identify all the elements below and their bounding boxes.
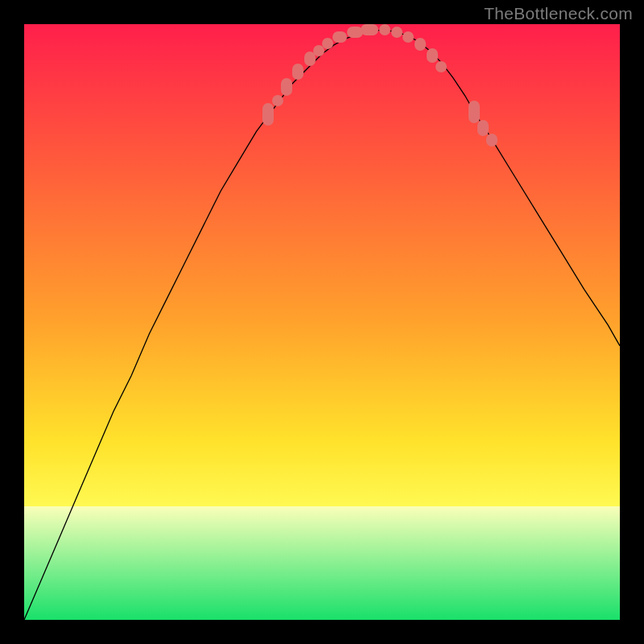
curve-marker xyxy=(379,24,390,35)
curve-marker xyxy=(292,64,303,80)
watermark-text: TheBottleneck.com xyxy=(484,4,633,23)
curve-marker xyxy=(415,38,426,51)
curve-marker xyxy=(391,27,402,38)
curve-marker xyxy=(262,103,274,126)
curve-marker xyxy=(477,120,489,136)
curve-marker xyxy=(281,78,292,96)
curve-marker xyxy=(361,24,378,35)
curve-marker xyxy=(427,48,438,63)
plot-area xyxy=(24,24,620,620)
curve-marker xyxy=(272,95,283,106)
curve-marker xyxy=(436,61,447,72)
curve-marker xyxy=(402,31,414,43)
curve-marker xyxy=(486,134,497,147)
marker-layer xyxy=(24,24,620,620)
curve-marker xyxy=(332,31,347,43)
curve-marker xyxy=(322,38,333,49)
chart-frame: TheBottleneck.com xyxy=(0,0,644,644)
curve-marker xyxy=(469,101,480,123)
